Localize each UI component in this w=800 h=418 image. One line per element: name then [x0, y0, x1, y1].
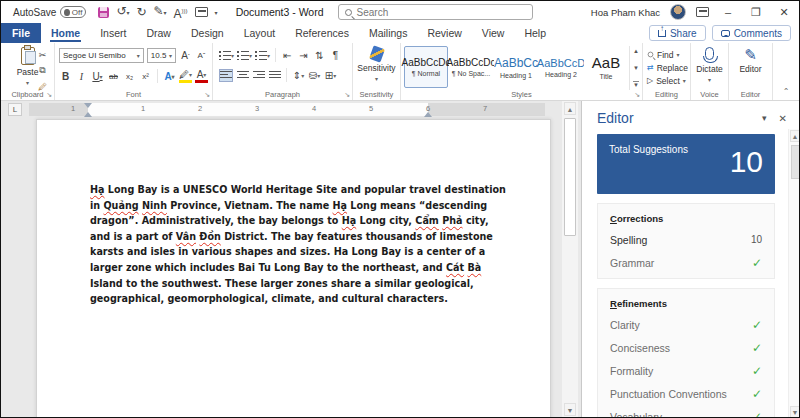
tab-design[interactable]: Design: [181, 23, 234, 43]
restore-button[interactable]: ❐: [747, 6, 765, 19]
decrease-indent-icon[interactable]: ⇤: [281, 49, 294, 62]
copy-icon[interactable]: ⧉: [36, 64, 49, 77]
bullets-icon[interactable]: ▾: [219, 49, 234, 62]
tab-view[interactable]: View: [472, 23, 515, 43]
misspelled-word[interactable]: Hạ: [342, 215, 357, 226]
clipboard-dialog-launcher[interactable]: ↘: [46, 91, 52, 99]
select-button[interactable]: ▷Select▾: [647, 74, 690, 87]
style-no-spacing[interactable]: AaBbCcDc ¶ No Spac...: [449, 46, 493, 88]
misspelled-word[interactable]: Cát: [446, 262, 464, 273]
save-icon[interactable]: [98, 7, 109, 18]
styles-more-icon[interactable]: ▼: [633, 81, 639, 88]
document-paragraph[interactable]: Hạ Long Bay is a UNESCO World Heritage S…: [90, 182, 510, 307]
comments-button[interactable]: Comments: [712, 25, 791, 41]
tab-layout[interactable]: Layout: [234, 23, 286, 43]
horizontal-ruler[interactable]: L 1 1 2 3 4 5 6 7: [1, 103, 557, 116]
misspelled-word[interactable]: Hạ: [90, 184, 105, 195]
right-indent-icon[interactable]: [424, 108, 432, 117]
bold-button[interactable]: B: [59, 70, 72, 83]
style-title[interactable]: AaB Title: [584, 46, 628, 88]
paragraph-dialog-launcher[interactable]: ↘: [344, 91, 350, 99]
sensitivity-button[interactable]: Sensitivity ▾: [353, 43, 400, 89]
styles-dialog-launcher[interactable]: ↘: [634, 91, 640, 99]
customize-qat-icon[interactable]: ▾: [215, 9, 218, 16]
italic-button[interactable]: I: [75, 70, 88, 83]
user-avatar[interactable]: [670, 4, 686, 20]
superscript-button[interactable]: x²: [139, 70, 152, 83]
draw-pen-icon[interactable]: ✎▾: [154, 5, 167, 19]
document-scrollbar[interactable]: ▲ ▼: [562, 101, 578, 418]
tab-draw[interactable]: Draw: [136, 23, 181, 43]
text-effects-icon[interactable]: A▾: [163, 70, 176, 83]
justify-button[interactable]: [268, 69, 281, 82]
grammar-row[interactable]: Grammar ✓: [610, 251, 762, 274]
tab-home[interactable]: Home: [41, 23, 90, 43]
tab-mailings[interactable]: Mailings: [359, 23, 418, 43]
tab-file[interactable]: File: [1, 23, 41, 43]
share-button[interactable]: Share: [649, 25, 706, 41]
dictate-button[interactable]: Dictate ▾: [691, 43, 728, 89]
underline-button[interactable]: U▾: [91, 70, 104, 83]
touch-mode-icon[interactable]: [195, 7, 208, 17]
align-left-button[interactable]: [219, 69, 233, 82]
paste-dropdown-icon[interactable]: ▾: [26, 79, 29, 86]
replace-button[interactable]: ⇄Replace: [647, 61, 690, 74]
cut-icon[interactable]: ✂: [36, 48, 49, 61]
increase-indent-icon[interactable]: ⇥: [297, 49, 310, 62]
scrollbar-thumb[interactable]: [564, 118, 576, 236]
pane-scrollbar-thumb[interactable]: [791, 145, 800, 179]
tab-references[interactable]: References: [285, 23, 359, 43]
shading-icon[interactable]: ⛁▾: [308, 69, 321, 82]
styles-scroll-up-icon[interactable]: ▲: [633, 48, 639, 54]
misspelled-word[interactable]: Quảng: [103, 200, 138, 211]
highlight-color-icon[interactable]: 🖉▾: [179, 70, 192, 83]
minimize-button[interactable]: –: [719, 6, 737, 18]
strikethrough-button[interactable]: ab: [107, 70, 120, 83]
find-button[interactable]: Find▾: [647, 48, 690, 61]
sort-icon[interactable]: ⇅: [313, 49, 326, 62]
ribbon-display-options-icon[interactable]: [696, 7, 709, 17]
shrink-font-icon[interactable]: Aˇ: [195, 49, 208, 62]
style-normal[interactable]: AaBbCcDc ¶ Normal: [404, 46, 448, 88]
document-page[interactable]: Hạ Long Bay is a UNESCO World Heritage S…: [36, 119, 551, 418]
indent-marker-icon[interactable]: [84, 103, 92, 115]
conciseness-row[interactable]: Conciseness ✓: [610, 336, 762, 359]
tab-help[interactable]: Help: [514, 23, 556, 43]
scroll-down-icon[interactable]: ▼: [564, 403, 576, 416]
font-size-select[interactable]: 10.5▾: [147, 48, 176, 63]
autosave-toggle[interactable]: Off: [60, 6, 86, 18]
vocabulary-row[interactable]: Vocabulary ✓: [610, 405, 762, 418]
font-name-select[interactable]: Segoe UI Semibo▾: [59, 48, 144, 63]
align-right-button[interactable]: [252, 69, 265, 82]
subscript-button[interactable]: x₂: [123, 70, 136, 83]
misspelled-word[interactable]: Đồn: [199, 231, 220, 242]
read-aloud-icon[interactable]: A))): [174, 5, 188, 20]
editor-button[interactable]: ✎ Editor: [729, 43, 772, 89]
punctuation-row[interactable]: Punctuation Conventions ✓: [610, 382, 762, 405]
line-spacing-icon[interactable]: ⇕▾: [292, 69, 305, 82]
user-name[interactable]: Hoa Pham Khac: [591, 7, 660, 18]
pane-scroll-down-icon[interactable]: ▼: [790, 406, 800, 418]
spelling-row[interactable]: Spelling 10: [610, 228, 762, 251]
undo-icon[interactable]: ↺▾: [116, 5, 129, 19]
misspelled-word[interactable]: Ninh: [142, 200, 167, 211]
editor-pane-scrollbar[interactable]: ▲ ▼: [788, 129, 800, 418]
pane-options-icon[interactable]: ▾: [762, 113, 767, 123]
close-button[interactable]: ✕: [775, 6, 793, 19]
align-center-button[interactable]: [236, 69, 249, 82]
pane-close-icon[interactable]: ✕: [779, 113, 787, 124]
misspelled-word[interactable]: Cẩm: [415, 215, 439, 226]
collapse-ribbon-icon[interactable]: ⌃: [773, 43, 799, 100]
redo-icon[interactable]: ↻: [136, 6, 146, 18]
misspelled-word[interactable]: Bà: [467, 262, 481, 273]
styles-scroll-down-icon[interactable]: ▼: [633, 65, 639, 71]
style-heading-2[interactable]: AaBbCcD Heading 2: [539, 46, 583, 88]
autosave-control[interactable]: AutoSave Off: [13, 6, 86, 18]
numbering-icon[interactable]: ▾: [237, 49, 252, 62]
search-input[interactable]: Search: [338, 4, 533, 20]
tab-insert[interactable]: Insert: [90, 23, 136, 43]
formality-row[interactable]: Formality ✓: [610, 359, 762, 382]
tab-review[interactable]: Review: [417, 23, 471, 43]
scroll-up-icon[interactable]: ▲: [564, 102, 576, 115]
pilcrow-icon[interactable]: ¶: [329, 49, 342, 62]
